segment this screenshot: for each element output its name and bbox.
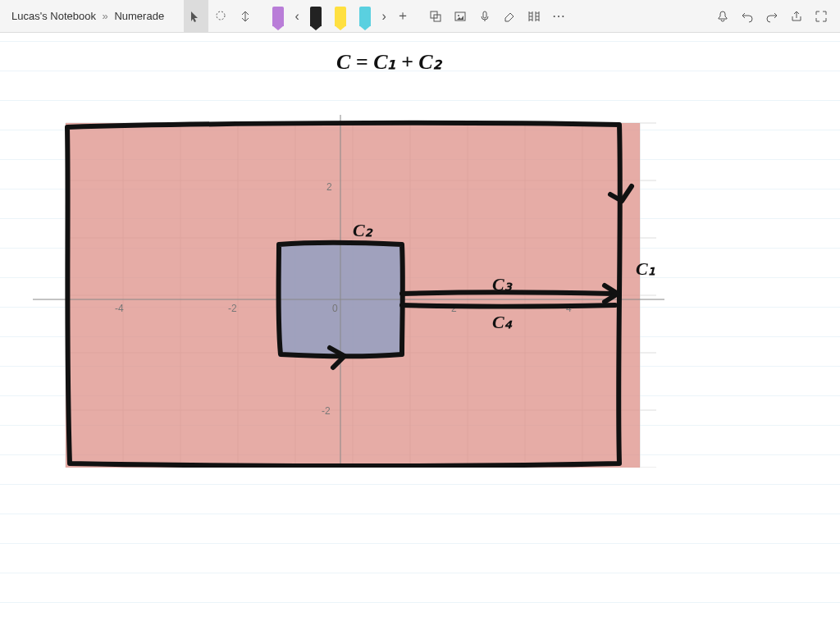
pen-yellow-icon bbox=[335, 7, 346, 26]
tick-xneg4: -4 bbox=[115, 303, 124, 314]
pen-purple-icon bbox=[272, 7, 284, 26]
pen-black[interactable] bbox=[304, 0, 328, 33]
pen-next-icon[interactable]: › bbox=[377, 0, 390, 33]
graph-svg: -4 -2 0 2 4 2 -2 C₂ C₁ bbox=[33, 90, 689, 468]
redo-icon[interactable] bbox=[760, 0, 784, 33]
shape-tool-icon[interactable] bbox=[423, 0, 448, 33]
pen-yellow[interactable] bbox=[328, 0, 353, 33]
text-cursor-tool[interactable] bbox=[184, 0, 208, 33]
insert-space-icon[interactable] bbox=[233, 0, 258, 33]
breadcrumb-separator: » bbox=[103, 10, 108, 22]
ruler-icon[interactable] bbox=[522, 0, 546, 33]
undo-icon[interactable] bbox=[735, 0, 760, 33]
svg-rect-5 bbox=[483, 11, 486, 18]
tick-y2: 2 bbox=[326, 181, 332, 193]
breadcrumb: Lucas's Notebook » Numerade bbox=[0, 10, 176, 22]
toolbar: Lucas's Notebook » Numerade ‹ › ＋ bbox=[0, 0, 840, 33]
svg-point-0 bbox=[217, 11, 225, 20]
share-icon[interactable] bbox=[784, 0, 809, 33]
notifications-icon[interactable] bbox=[710, 0, 735, 33]
pen-blue[interactable] bbox=[353, 0, 377, 33]
more-icon[interactable]: ⋯ bbox=[546, 0, 571, 33]
pen-blue-icon bbox=[359, 7, 371, 26]
breadcrumb-notebook[interactable]: Lucas's Notebook bbox=[11, 10, 96, 22]
pen-prev-icon[interactable]: ‹ bbox=[290, 0, 304, 33]
eraser-icon[interactable] bbox=[497, 0, 522, 33]
equation-text: C = C₁ + C₂ bbox=[336, 49, 441, 75]
lasso-tool-icon[interactable] bbox=[208, 0, 233, 33]
label-c1: C₁ bbox=[636, 258, 655, 279]
tick-yneg2: -2 bbox=[322, 405, 331, 417]
image-tool-icon[interactable] bbox=[448, 0, 472, 33]
pen-black-icon bbox=[310, 7, 322, 26]
add-pen-icon[interactable]: ＋ bbox=[390, 0, 415, 33]
svg-point-4 bbox=[458, 15, 459, 16]
pen-purple[interactable] bbox=[266, 0, 290, 33]
dictate-icon[interactable] bbox=[472, 0, 497, 33]
label-c2: C₂ bbox=[353, 220, 373, 240]
breadcrumb-section[interactable]: Numerade bbox=[114, 10, 164, 22]
tick-x0: 0 bbox=[332, 303, 338, 314]
fullscreen-icon[interactable] bbox=[809, 0, 833, 33]
canvas[interactable]: C = C₁ + C₂ -4 -2 0 2 bbox=[0, 33, 840, 630]
label-c4: C₄ bbox=[492, 312, 513, 332]
tick-xneg2: -2 bbox=[228, 303, 237, 314]
pen-group: ‹ › ＋ bbox=[266, 0, 415, 33]
label-c3: C₃ bbox=[492, 274, 513, 294]
